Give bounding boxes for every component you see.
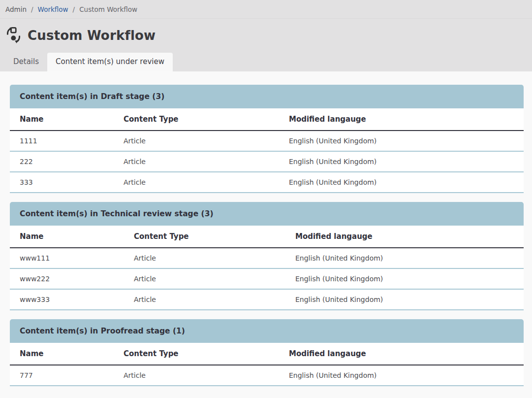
breadcrumb-item-custom-workflow: Custom Workflow [79,5,137,13]
column-header-modified-langauge: Modified langauge [285,226,524,248]
breadcrumb-separator: / [31,5,33,13]
stage-panel: Content item(s) in Technical review stag… [10,202,524,310]
tab-details[interactable]: Details [5,53,47,71]
modified-language-cell: English (United Kingdom) [285,248,524,268]
stage-panel-header: Content item(s) in Draft stage (3) [10,85,524,108]
column-header-name: Name [10,108,114,131]
modified-language-cell: English (United Kingdom) [279,151,524,172]
content-type-cell: Article [124,268,285,289]
stage-panel-title: Content item(s) in Proofread stage (1) [20,327,185,335]
stage-panel: Content item(s) in Proofread stage (1) N… [10,319,524,386]
stage-panels: Content item(s) in Draft stage (3) NameC… [10,85,524,386]
table-header-row: NameContent TypeModified langauge [10,108,524,131]
tab-bar: Details Content item(s) under review [0,53,532,71]
table-row: www222ArticleEnglish (United Kingdom) [10,268,524,289]
table-header-row: NameContent TypeModified langauge [10,226,524,248]
table-row: www333ArticleEnglish (United Kingdom) [10,289,524,310]
table-row: 222ArticleEnglish (United Kingdom) [10,151,524,172]
stage-panel-title: Content item(s) in Technical review stag… [20,209,214,218]
column-header-content-type: Content Type [114,108,279,131]
modified-language-cell: English (United Kingdom) [285,268,524,289]
content-type-cell: Article [114,172,279,193]
breadcrumb: Admin/Workflow/Custom Workflow [0,0,532,19]
content-items-table: NameContent TypeModified langauge 777Art… [10,343,524,386]
stage-panel-title: Content item(s) in Draft stage (3) [20,92,164,101]
breadcrumb-item-admin[interactable]: Admin [5,5,27,13]
title-row: Custom Workflow [0,19,532,49]
item-name-cell: 333 [10,172,114,193]
modified-language-cell: English (United Kingdom) [279,365,524,386]
table-row: 333ArticleEnglish (United Kingdom) [10,172,524,193]
modified-language-cell: English (United Kingdom) [279,131,524,151]
page-header: Admin/Workflow/Custom Workflow Custom Wo… [0,0,532,71]
stage-panel: Content item(s) in Draft stage (3) NameC… [10,85,524,193]
item-name-cell: 222 [10,151,114,172]
column-header-name: Name [10,343,114,365]
item-name-cell: www333 [10,289,124,310]
column-header-content-type: Content Type [124,226,285,248]
tab-content-items-under-review[interactable]: Content item(s) under review [47,53,173,71]
column-header-name: Name [10,226,124,248]
page-title: Custom Workflow [28,28,156,43]
content-type-cell: Article [124,289,285,310]
content-items-table: NameContent TypeModified langauge 1111Ar… [10,108,524,193]
table-row: 1111ArticleEnglish (United Kingdom) [10,131,524,151]
modified-language-cell: English (United Kingdom) [279,172,524,193]
breadcrumb-separator: / [73,5,75,13]
item-name-cell: 777 [10,365,114,386]
item-name-cell: www222 [10,268,124,289]
table-row: www111ArticleEnglish (United Kingdom) [10,248,524,268]
content-type-cell: Article [114,131,279,151]
content-area: Content item(s) in Draft stage (3) NameC… [0,71,532,398]
content-type-cell: Article [114,365,279,386]
stage-panel-header: Content item(s) in Technical review stag… [10,202,524,226]
content-items-table: NameContent TypeModified langauge www111… [10,226,524,310]
workflow-icon [5,27,22,44]
column-header-modified-langauge: Modified langauge [279,108,524,131]
breadcrumb-item-workflow[interactable]: Workflow [38,5,68,13]
table-header-row: NameContent TypeModified langauge [10,343,524,365]
stage-panel-header: Content item(s) in Proofread stage (1) [10,319,524,343]
content-type-cell: Article [114,151,279,172]
content-type-cell: Article [124,248,285,268]
item-name-cell: 1111 [10,131,114,151]
item-name-cell: www111 [10,248,124,268]
modified-language-cell: English (United Kingdom) [285,289,524,310]
column-header-modified-langauge: Modified langauge [279,343,524,365]
table-row: 777ArticleEnglish (United Kingdom) [10,365,524,386]
column-header-content-type: Content Type [114,343,279,365]
